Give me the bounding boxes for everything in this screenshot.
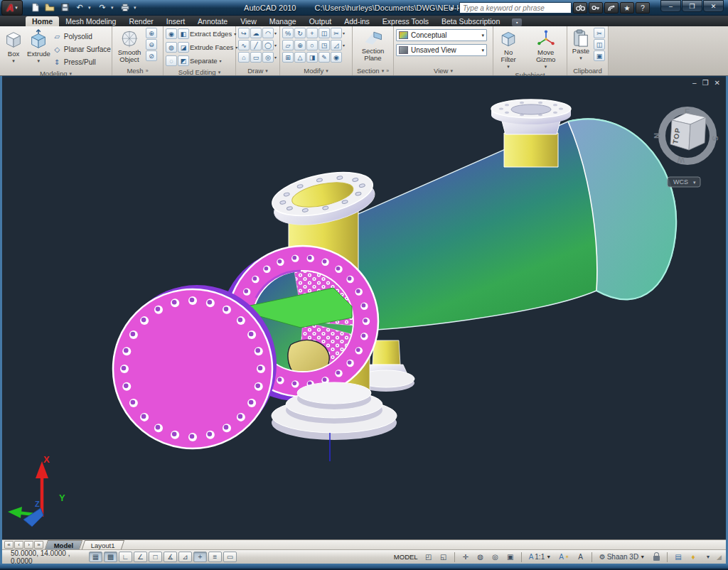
osnap-toggle[interactable]: □	[149, 552, 162, 562]
open-button[interactable]	[43, 2, 56, 14]
tab-insert[interactable]: Insert	[160, 16, 191, 26]
panel-label-solid-editing[interactable]: Solid Editing ▾	[164, 68, 235, 76]
panel-label-draw[interactable]: Draw ▾	[236, 66, 279, 75]
plot-notification-icon[interactable]: ▤	[672, 552, 685, 562]
favorites-star-icon[interactable]: ★	[620, 2, 634, 14]
resize-grip[interactable]: ◢	[717, 554, 722, 561]
ducs-toggle[interactable]: ⊿	[178, 552, 192, 562]
modify-3dalign-button[interactable]: △	[294, 52, 306, 63]
modify-scale-button[interactable]: %	[282, 28, 294, 38]
modify-move-button[interactable]: +	[306, 28, 318, 38]
drawing-close-icon[interactable]: ✕	[714, 80, 720, 87]
drawing-canvas[interactable]: X Y Z N E S W TOP	[2, 77, 726, 539]
smooth-less-button[interactable]: ⊖	[146, 39, 157, 50]
panel-launcher-icon[interactable]: »	[386, 68, 389, 73]
status-tray-menu[interactable]: ▼	[702, 552, 714, 562]
toolbar-lock-button[interactable]	[650, 552, 663, 562]
pan-button[interactable]: ✛	[459, 552, 472, 562]
draw-ellipse-button[interactable]: ◎	[262, 52, 274, 63]
next-tab-button[interactable]: ›	[24, 541, 33, 549]
maximize-button[interactable]: ❐	[682, 0, 702, 12]
clean-button[interactable]: ◩	[178, 55, 189, 66]
tab-mesh-modeling[interactable]: Mesh Modeling	[59, 16, 122, 26]
lineweight-toggle[interactable]: ≡	[208, 552, 222, 562]
steering-wheel-button[interactable]: ◎	[489, 552, 502, 562]
undo-button[interactable]: ↶	[73, 2, 86, 14]
extract-edges-button[interactable]: Extract Edges ▾	[190, 28, 238, 40]
box-button[interactable]: Box ▾	[2, 28, 25, 64]
communication-center-icon[interactable]	[604, 2, 619, 14]
quick-view-drawings-button[interactable]: ◱	[437, 552, 450, 562]
panel-label-clipboard[interactable]: Clipboard	[567, 66, 608, 75]
workspace-switcher[interactable]: ⚙ Shaan 3D ▼	[596, 552, 648, 562]
smooth-object-button[interactable]: Smooth Object	[114, 28, 144, 64]
minimize-button[interactable]: –	[660, 0, 681, 12]
model-space-button[interactable]: MODEL	[392, 553, 420, 561]
polar-toggle[interactable]: ∠	[134, 552, 147, 562]
cut-button[interactable]: ✂	[594, 28, 605, 38]
draw-revcloud-button[interactable]: ☁	[250, 28, 262, 38]
modify-rotate-button[interactable]: ○	[306, 40, 318, 50]
viewcube-west[interactable]: W	[677, 156, 685, 164]
subscription-key-icon[interactable]	[589, 2, 603, 14]
unsmooth-button[interactable]: ⊘	[146, 50, 157, 61]
new-button[interactable]	[28, 2, 41, 14]
no-filter-button[interactable]: No Filter ▾	[496, 28, 521, 70]
modify-chamfer-button[interactable]: ◿	[331, 40, 342, 50]
panel-label-modify[interactable]: Modify ▾	[280, 66, 352, 75]
panel-label-mesh[interactable]: Mesh »	[112, 66, 163, 75]
panel-label-view[interactable]: View ▾	[394, 66, 493, 75]
tab-add-ins[interactable]: Add-ins	[338, 16, 376, 26]
search-input[interactable]	[459, 2, 572, 14]
quick-view-layouts-button[interactable]: ◰	[422, 552, 435, 562]
application-menu-button[interactable]: A ▾	[1, 0, 23, 16]
wcs-button[interactable]: WCS ▾	[668, 177, 700, 187]
modify-3darray-button[interactable]: ⊞	[282, 52, 294, 63]
modify-rotate3d-button[interactable]: ↻	[294, 28, 306, 38]
tab-render[interactable]: Render	[122, 16, 159, 26]
tab-model[interactable]: Model	[45, 540, 83, 549]
paste-button[interactable]: Paste ▾	[569, 28, 592, 61]
panel-launcher-icon[interactable]: »	[146, 68, 149, 73]
draw-spline-button[interactable]: ∿	[238, 40, 250, 50]
polysolid-button[interactable]: ▱ Polysolid	[53, 31, 111, 43]
modify-offset-button[interactable]: ▱	[282, 40, 294, 50]
press-pull-button[interactable]: ⇕ Press/Pull	[53, 56, 111, 68]
viewcube-north[interactable]: N	[653, 133, 661, 139]
panel-label-section[interactable]: Section ▾ »	[353, 66, 393, 75]
modify-erase-button[interactable]: ✎	[318, 52, 330, 63]
tab-annotate[interactable]: Annotate	[191, 16, 234, 26]
tab-beta-subscription[interactable]: Beta Subscription	[435, 16, 506, 26]
tab-layout1[interactable]: Layout1	[82, 540, 124, 549]
visual-style-dropdown[interactable]: Conceptual ▾	[396, 29, 487, 41]
drawing-restore-icon[interactable]: ❐	[702, 80, 709, 87]
last-tab-button[interactable]: »	[34, 541, 43, 549]
help-icon[interactable]: ?	[636, 2, 650, 14]
tab-home[interactable]: Home	[26, 16, 59, 26]
modify-extend-button[interactable]: ◳	[318, 40, 330, 50]
solid-history-button[interactable]: ◧	[178, 28, 189, 39]
union-button[interactable]: ◉	[166, 28, 177, 39]
draw-arc-button[interactable]: ◠	[262, 28, 274, 38]
extrude-faces-button[interactable]: Extrude Faces ▾	[190, 41, 240, 53]
draw-rectangle-button[interactable]: ▭	[250, 52, 262, 63]
modify-3dscale-button[interactable]: ◨	[306, 52, 318, 63]
first-tab-button[interactable]: «	[4, 541, 14, 549]
draw-polygon-button[interactable]: ⌂	[238, 52, 250, 63]
named-view-dropdown[interactable]: Unsaved View ▾	[396, 44, 487, 56]
dynamic-input-toggle[interactable]: +	[193, 552, 207, 562]
intersect-button[interactable]: ◍	[166, 42, 177, 53]
tab-view[interactable]: View	[234, 16, 263, 26]
paste-special-button[interactable]: ▣	[594, 50, 605, 61]
tray-notification-icon[interactable]: ♦	[687, 552, 700, 562]
draw-circle-button[interactable]: ◯	[262, 40, 274, 50]
infocenter-collapse-icon[interactable]: ▸	[451, 4, 458, 11]
extrude-button[interactable]: Extrude ▾	[26, 28, 51, 64]
modify-copy-button[interactable]: ◫	[318, 28, 330, 38]
annotation-visibility-button[interactable]: A✶	[556, 552, 572, 562]
subtract-button[interactable]: ◌	[166, 55, 177, 66]
planar-surface-button[interactable]: ◇ Planar Surface	[53, 43, 111, 55]
prev-tab-button[interactable]: ‹	[14, 541, 23, 549]
close-button[interactable]: ✕	[703, 0, 724, 12]
ribbon-minimize-icon[interactable]: ▪	[512, 18, 522, 26]
